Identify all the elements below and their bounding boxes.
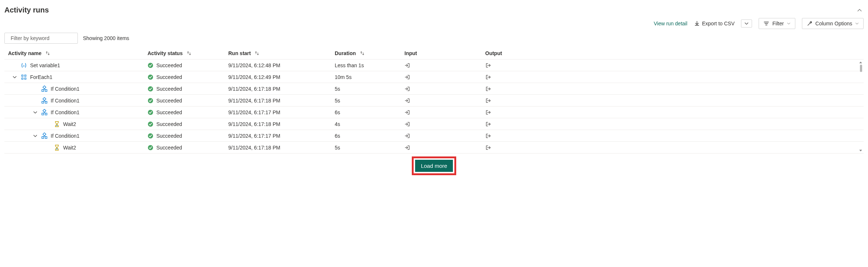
table-body: xSet variable1Succeeded9/11/2024, 6:12:4… <box>4 59 864 154</box>
output-icon <box>485 133 491 139</box>
filter-label: Filter <box>772 21 784 26</box>
chevron-down-icon <box>33 110 37 115</box>
run-start-cell: 9/11/2024, 6:17:17 PM <box>228 133 335 139</box>
table-row[interactable]: ForEach1Succeeded9/11/2024, 6:12:49 PM10… <box>4 71 864 83</box>
filter-keyword-box[interactable] <box>4 33 78 44</box>
status-text: Succeeded <box>156 74 182 80</box>
status-cell: Succeeded <box>148 74 228 80</box>
activity-name-cell: xSet variable1 <box>8 62 148 69</box>
col-output-label: Output <box>485 50 502 56</box>
table-row[interactable]: If Condition1Succeeded9/11/2024, 6:17:17… <box>4 130 864 142</box>
sort-icon <box>360 51 365 56</box>
filter-button[interactable]: Filter <box>759 18 795 29</box>
status-text: Succeeded <box>156 109 182 115</box>
scroll-down-icon <box>858 148 863 153</box>
table-row[interactable]: Wait2Succeeded9/11/2024, 6:17:18 PM4s <box>4 118 864 130</box>
duration-cell: 5s <box>335 86 404 92</box>
input-icon <box>404 98 410 104</box>
if-condition-icon <box>41 109 48 116</box>
table-row[interactable]: xSet variable1Succeeded9/11/2024, 6:12:4… <box>4 59 864 71</box>
foreach-icon <box>21 74 27 80</box>
scrollbar[interactable] <box>858 59 864 154</box>
scroll-thumb[interactable] <box>860 65 862 72</box>
col-duration[interactable]: Duration <box>335 50 404 56</box>
row-expander[interactable] <box>32 134 38 138</box>
activity-name-text: If Condition1 <box>51 86 80 92</box>
svg-text:x: x <box>23 63 25 67</box>
status-text: Succeeded <box>156 133 182 139</box>
export-csv-button[interactable]: Export to CSV <box>694 21 735 26</box>
output-button[interactable] <box>485 109 849 115</box>
success-icon <box>148 145 153 151</box>
svg-rect-11 <box>45 90 47 91</box>
table-row[interactable]: If Condition1Succeeded9/11/2024, 6:17:18… <box>4 95 864 107</box>
wait-icon <box>54 144 60 151</box>
col-input[interactable]: Input <box>404 50 485 56</box>
output-button[interactable] <box>485 74 849 80</box>
collapse-panel-button[interactable] <box>856 6 864 14</box>
export-dropdown-button[interactable] <box>741 19 752 28</box>
run-start-cell: 9/11/2024, 6:12:48 PM <box>228 62 335 68</box>
input-icon <box>404 121 410 127</box>
sort-icon <box>254 51 259 56</box>
col-output[interactable]: Output <box>485 50 849 56</box>
row-expander[interactable] <box>32 110 38 115</box>
output-button[interactable] <box>485 62 849 68</box>
output-button[interactable] <box>485 86 849 92</box>
load-more-button[interactable]: Load more <box>415 160 453 172</box>
chevron-down-icon <box>787 22 791 25</box>
output-icon <box>485 62 491 68</box>
input-button[interactable] <box>404 109 485 115</box>
col-run-start[interactable]: Run start <box>228 50 335 56</box>
col-activity-status[interactable]: Activity status <box>148 50 228 56</box>
input-button[interactable] <box>404 145 485 151</box>
col-activity-name-label: Activity name <box>8 50 41 56</box>
duration-cell: 10m 5s <box>335 74 404 80</box>
input-icon <box>404 109 410 115</box>
activity-name-text: If Condition1 <box>51 109 80 115</box>
column-options-label: Column Options <box>816 21 852 26</box>
sort-icon <box>45 51 50 56</box>
output-icon <box>485 98 491 104</box>
output-button[interactable] <box>485 98 849 104</box>
output-button[interactable] <box>485 121 849 127</box>
input-button[interactable] <box>404 62 485 68</box>
table-row[interactable]: If Condition1Succeeded9/11/2024, 6:17:18… <box>4 83 864 95</box>
col-run-start-label: Run start <box>228 50 251 56</box>
table-row[interactable]: Wait2Succeeded9/11/2024, 6:17:18 PM5s <box>4 142 864 154</box>
input-button[interactable] <box>404 86 485 92</box>
row-expander[interactable] <box>12 75 18 79</box>
if-icon-wrap <box>41 133 48 139</box>
svg-rect-17 <box>43 109 46 112</box>
output-button[interactable] <box>485 133 849 139</box>
success-icon <box>148 133 153 139</box>
col-activity-name[interactable]: Activity name <box>8 50 148 56</box>
status-text: Succeeded <box>156 86 182 92</box>
view-run-detail-link[interactable]: View run detail <box>654 21 687 26</box>
wait-icon-wrap <box>54 121 60 127</box>
if-condition-icon <box>41 86 48 92</box>
svg-rect-18 <box>42 113 44 115</box>
duration-cell: 6s <box>335 109 404 115</box>
sort-icon <box>186 51 192 56</box>
input-button[interactable] <box>404 98 485 104</box>
svg-rect-22 <box>43 133 46 136</box>
svg-rect-15 <box>45 101 47 103</box>
svg-rect-7 <box>25 78 26 79</box>
activity-name-text: Set variable1 <box>30 62 60 68</box>
run-start-cell: 9/11/2024, 6:17:18 PM <box>228 98 335 104</box>
input-icon <box>404 86 410 92</box>
input-button[interactable] <box>404 121 485 127</box>
filter-icon <box>763 21 769 26</box>
column-options-button[interactable]: Column Options <box>802 18 864 29</box>
table-row[interactable]: If Condition1Succeeded9/11/2024, 6:17:17… <box>4 107 864 118</box>
input-button[interactable] <box>404 133 485 139</box>
input-icon <box>404 145 410 151</box>
input-button[interactable] <box>404 74 485 80</box>
output-button[interactable] <box>485 145 849 151</box>
svg-rect-4 <box>22 75 23 76</box>
svg-rect-10 <box>42 90 44 91</box>
input-icon <box>404 74 410 80</box>
filter-keyword-input[interactable] <box>10 35 76 42</box>
status-text: Succeeded <box>156 62 182 68</box>
